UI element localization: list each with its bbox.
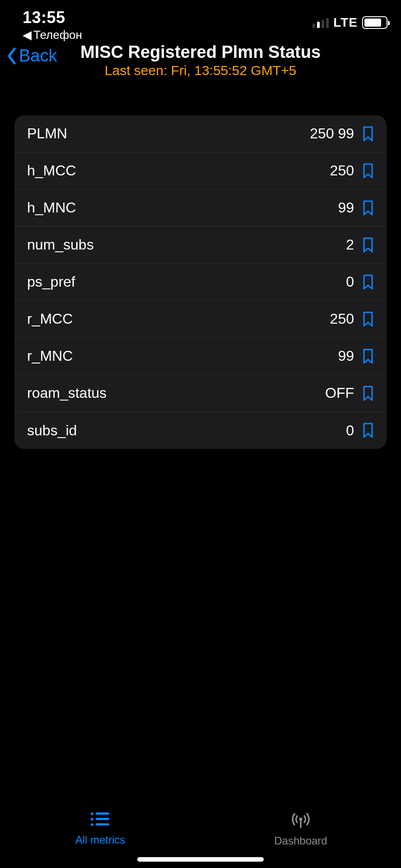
- svg-rect-5: [96, 823, 109, 826]
- tab-label: Dashboard: [274, 835, 327, 847]
- row-label: h_MNC: [27, 199, 76, 216]
- bookmark-icon[interactable]: [362, 348, 374, 364]
- row-value: 250: [330, 162, 354, 179]
- network-type: LTE: [333, 15, 358, 30]
- bookmark-icon[interactable]: [362, 311, 374, 327]
- row-label: subs_id: [27, 422, 77, 439]
- status-time: 13:55: [23, 8, 82, 27]
- antenna-icon: [289, 810, 312, 830]
- svg-rect-1: [96, 812, 109, 815]
- table-row[interactable]: subs_id 0: [14, 412, 387, 449]
- row-label: roam_status: [27, 385, 107, 401]
- row-label: PLMN: [27, 125, 67, 142]
- svg-point-2: [91, 818, 93, 821]
- tab-label: All metrics: [75, 834, 126, 846]
- return-to-app[interactable]: ◀ Телефон: [23, 28, 82, 42]
- page-subtitle: Last seen: Fri, 13:55:52 GMT+5: [0, 63, 401, 78]
- row-value: 0: [346, 274, 354, 290]
- row-value: OFF: [325, 385, 354, 401]
- nav-header: Back MISC Registered Plmn Status Last se…: [0, 41, 401, 88]
- row-value: 99: [338, 199, 354, 216]
- table-row[interactable]: r_MNC 99: [14, 338, 387, 375]
- caret-left-icon: ◀: [23, 28, 32, 42]
- table-row[interactable]: ps_pref 0: [14, 264, 387, 301]
- row-value: 250 99: [310, 125, 354, 142]
- table-row[interactable]: PLMN 250 99: [14, 115, 387, 152]
- row-value: 99: [338, 348, 354, 364]
- svg-point-4: [91, 823, 93, 826]
- return-to-app-label: Телефон: [33, 28, 82, 42]
- page-title: MISC Registered Plmn Status: [0, 42, 401, 62]
- table-row[interactable]: h_MNC 99: [14, 189, 387, 226]
- home-indicator[interactable]: [137, 857, 264, 862]
- status-bar: 13:55 ◀ Телефон LTE: [0, 0, 401, 41]
- svg-rect-3: [96, 818, 109, 820]
- tab-all-metrics[interactable]: All metrics: [0, 796, 200, 861]
- row-label: num_subs: [27, 236, 94, 253]
- bookmark-icon[interactable]: [362, 385, 374, 401]
- bookmark-icon[interactable]: [362, 200, 374, 216]
- row-label: r_MNC: [27, 348, 73, 364]
- row-label: r_MCC: [27, 311, 73, 327]
- metrics-card: PLMN 250 99 h_MCC 250 h_MNC 99 num_subs: [14, 115, 387, 449]
- list-icon: [89, 811, 111, 829]
- bookmark-icon[interactable]: [362, 274, 374, 290]
- status-right: LTE: [312, 15, 387, 30]
- row-value: 2: [346, 236, 354, 253]
- tab-dashboard[interactable]: Dashboard: [200, 796, 401, 861]
- row-label: h_MCC: [27, 162, 76, 179]
- svg-point-0: [91, 812, 93, 815]
- signal-icon: [312, 17, 329, 28]
- bookmark-icon[interactable]: [362, 163, 374, 179]
- bookmark-icon[interactable]: [362, 237, 374, 253]
- row-label: ps_pref: [27, 274, 75, 290]
- table-row[interactable]: r_MCC 250: [14, 301, 387, 338]
- table-row[interactable]: roam_status OFF: [14, 375, 387, 412]
- bookmark-icon[interactable]: [362, 126, 374, 142]
- row-value: 250: [330, 311, 354, 327]
- row-value: 0: [346, 422, 354, 439]
- table-row[interactable]: num_subs 2: [14, 226, 387, 264]
- bookmark-icon[interactable]: [362, 422, 374, 439]
- table-row[interactable]: h_MCC 250: [14, 152, 387, 189]
- battery-icon: [362, 16, 387, 29]
